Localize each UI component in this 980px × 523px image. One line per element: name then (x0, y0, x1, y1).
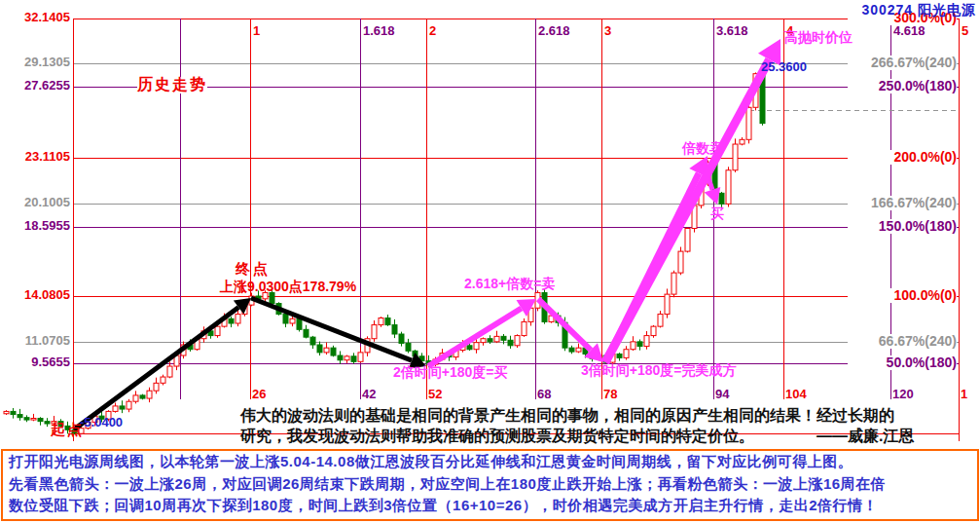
week-number-label: 78 (603, 388, 617, 401)
gann-analysis-screen: 32.1405300.0%(0)29.1305266.67%(240)27.62… (0, 0, 980, 523)
price-axis-label: 32.1405 (0, 11, 70, 24)
last-price-label: 25.3600 (761, 60, 807, 74)
week-number-label: 120 (892, 388, 914, 401)
week-number-label: 52 (428, 388, 442, 401)
sell-high-time-label: 高抛时价位 (784, 30, 853, 45)
gann-ratio-label: 1 (253, 24, 260, 38)
buy-label: 买 (710, 206, 724, 221)
price-axis-label: 20.1005 (0, 196, 70, 209)
gann-ratio-label: 3.618 (716, 24, 748, 38)
start-point-label: 起点 (51, 422, 84, 437)
percent-axis-label: 66.67%(240) (848, 334, 957, 349)
price-axis-label: 27.6255 (0, 79, 70, 93)
history-trend-label: 历史走势 (137, 77, 207, 93)
perfect-square-label: 3倍时间+180度=完美成方 (581, 363, 737, 378)
end-point-label: 终点 (236, 261, 271, 277)
start-price-label: -5.0400 (80, 416, 123, 430)
percent-axis-label: 266.67%(240) (848, 56, 957, 70)
buy-2x-time-label: 2倍时间+180度=买 (393, 365, 508, 380)
percent-axis-label: 200.0%(0) (848, 150, 957, 165)
gann-quote-line-1: 伟大的波动法则的基础是相同的背景产生相同的事物，相同的原因产生相同的结果！经过长… (240, 406, 894, 427)
week-number-label: 68 (537, 388, 551, 401)
week-number-label: 94 (715, 388, 729, 401)
note-line-1: 打开阳光电源周线图，以本轮第一波上涨5.04-14.08做江恩波段百分比延伸线和… (9, 453, 853, 471)
price-axis-label: 9.5655 (0, 355, 70, 369)
note-line-3: 数位受阻下跌；回调10周再次下探到180度，时间上跌到3倍位置（16+10=26… (9, 497, 878, 515)
week-number-label: 104 (785, 388, 807, 401)
gann-ratio-label: 5 (962, 24, 968, 38)
price-axis-label: 14.0805 (0, 288, 70, 302)
gann-ratio-label: 3 (604, 24, 611, 38)
price-axis-label: 11.0705 (0, 334, 70, 348)
gann-ratio-label: 2 (429, 24, 436, 38)
price-axis-label: 29.1305 (0, 56, 70, 69)
multiple-sell-label: 倍数卖 (682, 141, 723, 156)
percent-axis-label: 50.0%(180) (848, 355, 957, 370)
week-number-label: 42 (362, 388, 376, 401)
chart-labels-layer: 32.1405300.0%(0)29.1305266.67%(240)27.62… (0, 0, 980, 448)
gann-ratio-label: 1.618 (363, 24, 395, 38)
analysis-note-box: 打开阳光电源周线图，以本轮第一波上涨5.04-14.08做江恩波段百分比延伸线和… (1, 449, 979, 521)
week-number-label: 1 (961, 388, 967, 401)
week-number-label: 26 (252, 388, 266, 401)
percent-axis-label: 250.0%(180) (848, 79, 957, 93)
percent-axis-label: 150.0%(180) (848, 219, 957, 234)
price-axis-label: 23.1105 (0, 150, 70, 164)
gann-ratio-label: 2.618 (538, 24, 570, 38)
percent-axis-label: 100.0%(0) (848, 288, 957, 303)
sell-2618-label: 2.618+倍数=卖 (464, 277, 555, 291)
gann-quote-line-2: 研究，我发现波动法则帮助我准确的预测股票及期货特定时间的特定价位。 ——威廉.江… (240, 427, 914, 447)
note-line-2: 先看黑色箭头：一波上涨26周，对应回调26周结束下跌周期，对应空间上在180度止… (9, 475, 886, 494)
price-axis-label: 18.5955 (0, 219, 70, 233)
stock-title: 300274 阳光电源 (861, 2, 976, 19)
percent-axis-label: 166.67%(240) (848, 196, 957, 210)
gann-ratio-label: 4.618 (893, 24, 926, 38)
rise-stats-label: 上涨9.0300点178.79% (220, 280, 356, 294)
